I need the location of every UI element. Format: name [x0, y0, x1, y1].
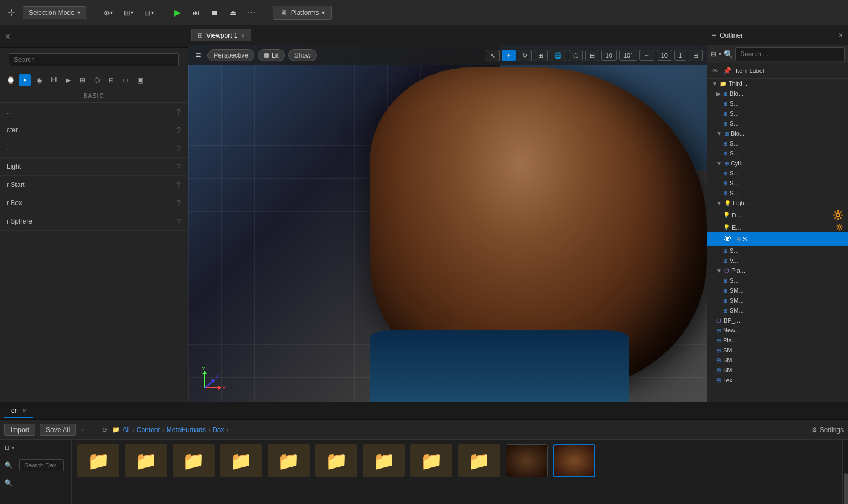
select-tool[interactable]: ↖ — [486, 50, 500, 61]
tree-item-pla[interactable]: ▼ ⬡ Pla... — [707, 266, 848, 276]
folder-item-7[interactable]: 📁 — [409, 444, 454, 480]
folder-item-4[interactable]: 📁 — [267, 444, 311, 480]
scale-tool[interactable]: ⊞ — [534, 50, 548, 61]
show-button[interactable]: Show — [288, 49, 317, 61]
tree-item-blo1[interactable]: ▶ ⊞ Blo... — [707, 89, 848, 98]
panel-icon-4[interactable]: ▶ — [62, 74, 74, 86]
content-browser-close[interactable]: ✕ — [22, 408, 27, 414]
grid-size[interactable]: 10 — [601, 50, 617, 61]
split-view[interactable]: ⊟ — [689, 50, 703, 61]
panel-item-character[interactable]: cter ? — [0, 121, 188, 139]
tree-item-sm2[interactable]: ⊞ SM... — [707, 285, 848, 295]
tree-item-v[interactable]: ⊞ V... — [707, 256, 848, 266]
folder-item-face[interactable] — [504, 444, 549, 480]
panel-icon-6[interactable]: ⬡ — [91, 74, 103, 86]
tree-item-pla2[interactable]: ⊞ Pla... — [707, 335, 848, 345]
add-actor-button[interactable]: ⊕ ▾ — [100, 6, 116, 19]
tree-item-s7[interactable]: ⊞ S... — [707, 178, 848, 188]
tree-item-d[interactable]: 💡 D... 🔆 — [707, 208, 848, 222]
selection-mode-button[interactable]: Selection Mode ▾ — [23, 6, 86, 19]
panel-icon-7[interactable]: ⊟ — [105, 74, 117, 86]
panel-search-input[interactable] — [9, 53, 179, 66]
help-icon-6[interactable]: ? — [176, 217, 181, 226]
filter-icon-2[interactable]: 🔍 — [4, 479, 13, 487]
lit-button[interactable]: Lit — [258, 49, 285, 61]
eject-button[interactable]: ⏏ — [226, 6, 240, 19]
breadcrumb-dax[interactable]: Dax — [212, 426, 224, 434]
panel-icon-2[interactable]: ◉ — [33, 74, 45, 86]
panel-item-triggersphere[interactable]: r Sphere ? — [0, 212, 188, 231]
tree-item-s9[interactable]: ⊞ S... — [707, 246, 848, 256]
eye-filter-icon[interactable]: 👁 — [712, 67, 719, 75]
world-tool[interactable]: 🌐 — [550, 50, 566, 61]
content-search-input[interactable] — [19, 459, 64, 471]
viewport-menu-btn[interactable]: ≡ — [193, 49, 204, 61]
tree-item-light-group[interactable]: ▼ 💡 Ligh... — [707, 198, 848, 208]
tree-item-s2[interactable]: ⊞ S... — [707, 108, 848, 118]
import-button[interactable]: Import — [4, 424, 35, 436]
surface-tool[interactable]: ⬡ — [569, 50, 583, 61]
viewport-close-btn[interactable]: ✕ — [241, 33, 245, 39]
tree-item-sm4[interactable]: ⊞ SM... — [707, 305, 848, 315]
history-back[interactable]: ← — [80, 426, 87, 434]
settings-button[interactable]: ⚙ Settings — [811, 426, 844, 434]
angle-size[interactable]: 10° — [619, 50, 637, 61]
tree-item-s8[interactable]: ⊞ S... — [707, 188, 848, 198]
help-icon-1[interactable]: ? — [176, 126, 181, 134]
content-scrollbar[interactable] — [842, 440, 848, 504]
more-button[interactable]: ⋯ — [244, 6, 259, 19]
tree-item-blo2[interactable]: ▼ ⊞ Blo... — [707, 128, 848, 138]
folder-item-6[interactable]: 📁 — [362, 444, 406, 480]
help-icon-5[interactable]: ? — [176, 199, 181, 207]
breadcrumb-metahumans[interactable]: MetaHumans — [167, 426, 206, 434]
tree-item-e[interactable]: 💡 E... 🔆 — [707, 222, 848, 232]
sort-arrow[interactable]: ▾ — [12, 445, 14, 451]
tree-item-cyl[interactable]: ▼ ⊞ Cyli... — [707, 158, 848, 168]
viewport-layout[interactable]: 1 — [674, 50, 686, 61]
outliner-search-input[interactable] — [735, 47, 845, 61]
tree-item-sm6[interactable]: ⊞ SM... — [707, 355, 848, 365]
pin-icon[interactable]: 📌 — [723, 67, 731, 75]
folder-item-0[interactable]: 📁 — [76, 444, 121, 480]
search-icon[interactable]: 🔍 — [724, 50, 733, 59]
folder-item-8[interactable]: 📁 — [457, 444, 501, 480]
tree-item-new[interactable]: ⊞ New... — [707, 325, 848, 335]
panel-icon-1[interactable]: ✦ — [19, 74, 31, 86]
tree-item-s1[interactable]: ⊞ S... — [707, 98, 848, 108]
tree-item-sm3[interactable]: ⊞ SM... — [707, 295, 848, 305]
scrollbar-thumb[interactable] — [844, 473, 848, 504]
folder-item-2[interactable]: 📁 — [171, 444, 216, 480]
panel-item-light[interactable]: Light ? — [0, 158, 188, 176]
folder-item-1[interactable]: 📁 — [124, 444, 168, 480]
search-left-icon[interactable]: 🔍 — [4, 461, 13, 469]
platforms-button[interactable]: 🖥 Platforms ▾ — [273, 6, 332, 20]
content-browser-tab[interactable]: er ✕ — [4, 404, 33, 418]
perspective-button[interactable]: Perspective — [207, 49, 254, 61]
outliner-close-btn[interactable]: ✕ — [838, 32, 844, 39]
viewport-scene[interactable]: X Y Z — [188, 45, 707, 402]
history-forward[interactable]: → — [91, 426, 98, 434]
panel-close[interactable]: ✕ — [4, 32, 11, 41]
tree-item-s4[interactable]: ⊞ S... — [707, 138, 848, 148]
tree-item-s3[interactable]: ⊞ S... — [707, 118, 848, 128]
panel-icon-3[interactable]: 🎞 — [48, 74, 60, 86]
panel-item-0[interactable]: ... ? — [0, 103, 188, 121]
step-button[interactable]: ⏭ — [189, 6, 203, 19]
tree-item-sm7[interactable]: ⊞ SM... — [707, 365, 848, 375]
snap-button[interactable]: ⊟ ▾ — [141, 6, 157, 19]
panel-item-playerstart[interactable]: r Start ? — [0, 176, 188, 194]
tree-item-bp[interactable]: ⬡ BP_... — [707, 315, 848, 325]
tree-item-sm1[interactable]: ⊞ S... — [707, 276, 848, 285]
folder-item-5[interactable]: 📁 — [314, 444, 358, 480]
panel-icon-9[interactable]: ▣ — [134, 74, 146, 86]
camera-size[interactable]: 10 — [657, 50, 672, 61]
camera-speed[interactable]: ↔ — [639, 50, 654, 61]
grid-toggle[interactable]: ⊞ — [585, 50, 599, 61]
tree-item-third[interactable]: ▼ 📁 Third... — [707, 79, 848, 89]
folder-item-3[interactable]: 📁 — [219, 444, 263, 480]
tree-item-s6[interactable]: ⊞ S... — [707, 168, 848, 178]
help-icon-0[interactable]: ? — [176, 107, 181, 116]
help-icon-4[interactable]: ? — [176, 180, 181, 189]
tree-item-selected[interactable]: 👁 ⊞ S... — [707, 232, 848, 246]
move-tool[interactable]: ✦ — [502, 50, 516, 61]
